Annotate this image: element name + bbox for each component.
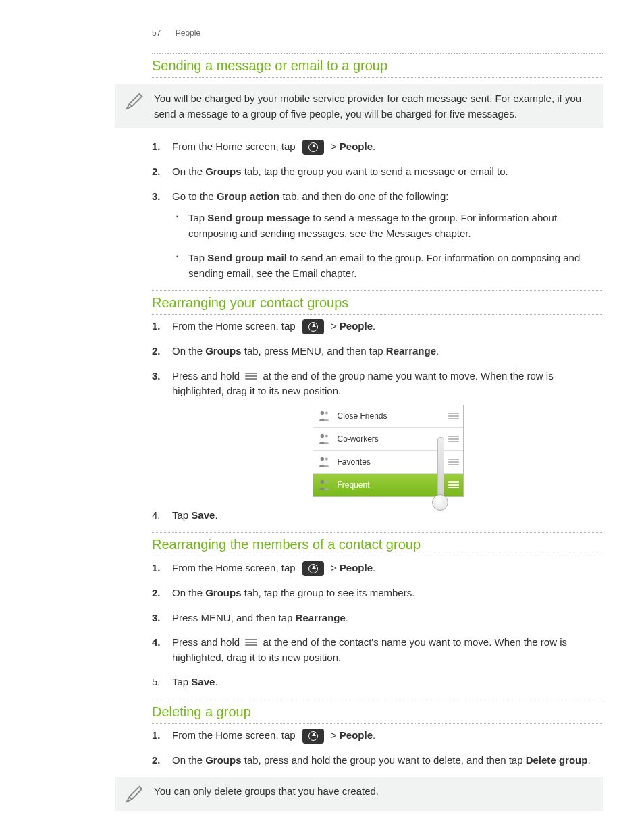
svg-point-5 (325, 458, 327, 461)
step-5: 5. Tap Save. (152, 675, 603, 690)
group-label: Favorites (338, 456, 448, 468)
step-4: 4. Tap Save. (152, 508, 603, 523)
section-title: Rearranging the members of a contact gro… (152, 534, 425, 554)
svg-point-6 (320, 480, 324, 484)
step-1: 1. From the Home screen, tap > People. (152, 561, 603, 576)
svg-point-7 (325, 481, 327, 484)
chapter-name: People (176, 28, 200, 38)
pencil-icon (124, 91, 144, 111)
step-1: 1. From the Home screen, tap > People. (152, 728, 603, 744)
svg-point-0 (320, 411, 324, 415)
drag-handle-icon (448, 436, 459, 442)
drag-handle-icon (448, 481, 459, 488)
step-3: 3. Go to the Group action tab, and then … (152, 189, 603, 282)
pencil-icon (124, 784, 144, 804)
group-icon (317, 410, 332, 422)
step-3: 3. Press MENU, and then tap Rearrange. (152, 610, 603, 626)
step-1: 1. From the Home screen, tap > People. (152, 139, 603, 155)
group-row-selected: Frequent (313, 474, 463, 496)
section-rearranging-groups: Rearranging your contact groups 1. From … (41, 290, 603, 523)
svg-point-3 (325, 435, 327, 438)
page-number: 57 (152, 28, 161, 38)
apps-icon (302, 140, 324, 155)
note-text: You can only delete groups that you have… (154, 784, 594, 800)
group-label: Frequent (338, 479, 448, 491)
section-sending-message: Sending a message or email to a group Yo… (41, 53, 603, 281)
groups-list-screenshot: Close Friends Co-workers Favorites (313, 405, 464, 497)
step-2: 2. On the Groups tab, tap the group to s… (152, 585, 603, 601)
apps-icon (302, 729, 324, 744)
drag-handle-icon (448, 413, 459, 419)
note-block: You will be charged by your mobile servi… (115, 84, 603, 128)
step-1: 1. From the Home screen, tap > People. (152, 319, 603, 334)
svg-point-1 (325, 412, 327, 415)
step-2: 2. On the Groups tab, tap the group you … (152, 164, 603, 180)
group-icon (317, 456, 332, 468)
apps-icon (302, 561, 324, 576)
section-rearranging-members: Rearranging the members of a contact gro… (41, 532, 603, 690)
group-label: Close Friends (338, 410, 448, 422)
drag-handle-icon (245, 639, 257, 647)
group-row: Close Friends (313, 405, 463, 428)
section-title: Sending a message or email to a group (152, 55, 392, 76)
step-2: 2. On the Groups tab, press MENU, and th… (152, 344, 603, 359)
bullet-1: Tap Send group message to send a message… (172, 211, 603, 241)
group-label: Co-workers (338, 433, 448, 445)
apps-icon (302, 319, 324, 334)
note-block: You can only delete groups that you have… (115, 777, 603, 811)
svg-point-4 (320, 457, 324, 461)
step-2: 2. On the Groups tab, press and hold the… (152, 753, 603, 768)
bullet-2: Tap Send group mail to send an email to … (172, 251, 603, 281)
note-text: You will be charged by your mobile servi… (154, 91, 594, 122)
step-4: 4. Press and hold at the end of the cont… (152, 635, 603, 665)
step-3: 3. Press and hold at the end of the grou… (152, 369, 603, 497)
section-title: Deleting a group (152, 702, 255, 722)
section-deleting-group: Deleting a group 1. From the Home screen… (41, 700, 603, 812)
svg-point-2 (320, 434, 324, 438)
page-header: 57 People (41, 27, 603, 39)
drag-handle-icon (245, 373, 257, 381)
drag-handle-icon (448, 459, 459, 465)
group-icon (317, 433, 332, 445)
section-title: Rearranging your contact groups (152, 292, 352, 313)
group-icon (317, 479, 332, 491)
